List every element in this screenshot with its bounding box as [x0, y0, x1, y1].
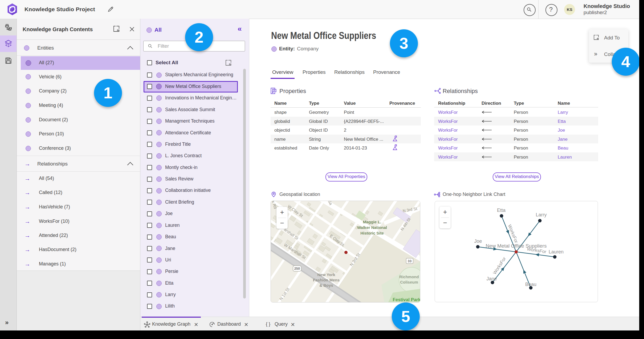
svg-text:Beau: Beau: [525, 282, 536, 287]
svg-text:Etta: Etta: [497, 208, 506, 213]
svg-text:Lauren: Lauren: [549, 249, 564, 255]
svg-text:WorksFor: WorksFor: [492, 256, 507, 275]
svg-text:Larry: Larry: [536, 212, 547, 217]
svg-text:33: 33: [408, 259, 411, 263]
svg-text:New York: New York: [317, 272, 336, 277]
svg-text:Maggie L.: Maggie L.: [363, 220, 381, 224]
svg-text:Fashion Mens: Fashion Mens: [313, 278, 340, 282]
svg-text:Walker National: Walker National: [357, 225, 387, 230]
svg-text:Coliseum: Coliseum: [400, 280, 418, 284]
svg-text:Historic Site: Historic Site: [360, 231, 384, 235]
svg-text:Festival Park: Festival Park: [393, 297, 420, 302]
svg-text:Joe: Joe: [474, 239, 482, 244]
svg-text:Jane: Jane: [486, 276, 497, 281]
svg-text:& Boys: & Boys: [319, 283, 333, 288]
svg-text:Richmond: Richmond: [399, 275, 419, 279]
svg-text:250: 250: [294, 267, 300, 271]
